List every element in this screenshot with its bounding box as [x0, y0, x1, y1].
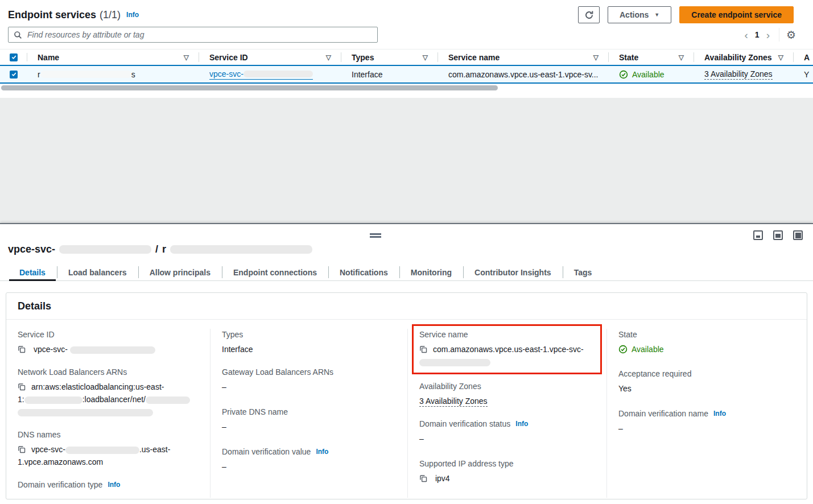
- tab-contributor-insights[interactable]: Contributor Insights: [463, 265, 563, 280]
- sort-icon[interactable]: ▽: [679, 53, 684, 61]
- column-header-name[interactable]: Name ▽: [27, 49, 199, 65]
- redacted-text: [65, 447, 139, 454]
- availability-zones-popover-trigger[interactable]: 3 Availability Zones: [704, 69, 773, 80]
- table-header-row: Name ▽ Service ID ▽ Types ▽ Service name…: [0, 49, 813, 65]
- tab-tags[interactable]: Tags: [563, 265, 604, 280]
- create-endpoint-service-button[interactable]: Create endpoint service: [679, 6, 794, 23]
- field-dns-names: DNS names vpce-svc-.us-east- 1.vpce.amaz…: [18, 430, 199, 468]
- field-domain-verification-type: Domain verification type Info –: [18, 480, 199, 498]
- column-header-acceptance-partial[interactable]: A: [794, 49, 813, 65]
- split-panel-size-controls: [753, 230, 803, 240]
- tab-load-balancers[interactable]: Load balancers: [57, 265, 138, 280]
- sort-icon[interactable]: ▽: [778, 53, 783, 61]
- panel-size-large-icon: [795, 233, 801, 238]
- row-checkbox[interactable]: [10, 71, 18, 79]
- info-link[interactable]: Info: [515, 420, 528, 428]
- availability-zones-popover-trigger[interactable]: 3 Availability Zones: [419, 396, 488, 407]
- info-link[interactable]: Info: [713, 410, 726, 418]
- nlb-arn-line2-prefix: 1:: [18, 395, 24, 404]
- row-service-id-cell: vpce-svc-: [199, 69, 341, 80]
- page-info-link[interactable]: Info: [126, 11, 139, 19]
- select-all-checkbox[interactable]: [10, 53, 18, 61]
- search-input[interactable]: [26, 30, 372, 40]
- split-panel-resize-handle[interactable]: [370, 233, 381, 238]
- copy-icon[interactable]: [18, 383, 26, 391]
- check-circle-icon: [619, 70, 628, 79]
- panel-tabs: Details Load balancers Allow principals …: [0, 265, 813, 281]
- copy-icon[interactable]: [18, 445, 26, 453]
- field-label: Supported IP address type: [419, 459, 595, 468]
- field-types: Types Interface: [222, 330, 396, 356]
- sort-icon[interactable]: ▽: [423, 53, 428, 61]
- redacted-text: [419, 359, 490, 366]
- header-actions: Actions ▼ Create endpoint service: [578, 6, 794, 23]
- horizontal-scrollbar-thumb[interactable]: [1, 85, 498, 90]
- details-column-1: Service ID vpce-svc- Network Load Balanc…: [6, 329, 210, 498]
- sort-icon[interactable]: ▽: [593, 53, 599, 61]
- redacted-text: [244, 71, 313, 77]
- search-box[interactable]: [8, 27, 378, 43]
- redacted-text: [170, 245, 312, 254]
- panel-size-medium-button[interactable]: [773, 230, 783, 240]
- details-card-body: Service ID vpce-svc- Network Load Balanc…: [6, 320, 807, 498]
- field-domain-verification-status: Domain verification status Info –: [419, 419, 595, 445]
- horizontal-scrollbar: [0, 84, 813, 92]
- sort-icon[interactable]: ▽: [326, 53, 331, 61]
- resource-count: (1/1): [100, 9, 121, 21]
- service-id-value-prefix: vpce-svc-: [34, 345, 68, 354]
- column-header-types[interactable]: Types ▽: [341, 49, 438, 65]
- row-checkbox-cell: [0, 71, 27, 79]
- redacted-text: [40, 71, 131, 78]
- tab-endpoint-connections[interactable]: Endpoint connections: [222, 265, 328, 280]
- panel-title-prefix: vpce-svc-: [8, 243, 55, 255]
- column-header-service-id-label: Service ID: [209, 53, 248, 62]
- tab-allow-principals[interactable]: Allow principals: [138, 265, 222, 280]
- column-header-state[interactable]: State ▽: [609, 49, 694, 65]
- field-label: Service ID: [18, 330, 199, 339]
- row-name-suffix: s: [131, 70, 135, 79]
- actions-button[interactable]: Actions ▼: [608, 6, 671, 23]
- field-nlb-arns: Network Load Balancers ARNs arn:aws:elas…: [18, 367, 199, 418]
- state-label: Available: [632, 343, 664, 356]
- copy-icon[interactable]: [419, 345, 427, 353]
- column-header-types-label: Types: [352, 53, 374, 62]
- actions-button-label: Actions: [620, 10, 649, 19]
- table-row[interactable]: r s vpce-svc- Interface com.amazonaws.vp…: [0, 65, 813, 84]
- pagination-page-number[interactable]: 1: [755, 30, 760, 39]
- redacted-text: [146, 396, 190, 404]
- info-link[interactable]: Info: [108, 481, 120, 489]
- row-state-cell: Available: [609, 70, 694, 79]
- tab-monitoring[interactable]: Monitoring: [399, 265, 463, 280]
- tab-notifications[interactable]: Notifications: [328, 265, 399, 280]
- sort-icon[interactable]: ▽: [184, 53, 189, 61]
- field-value: vpce-svc-.us-east- 1.vpce.amazonaws.com: [18, 443, 199, 468]
- copy-icon[interactable]: [18, 345, 26, 353]
- copy-icon[interactable]: [419, 474, 427, 482]
- service-id-link[interactable]: vpce-svc-: [209, 69, 313, 80]
- column-header-service-name[interactable]: Service name ▽: [438, 49, 609, 65]
- endpoint-services-table: Name ▽ Service ID ▽ Types ▽ Service name…: [0, 49, 813, 92]
- info-link[interactable]: Info: [316, 448, 328, 456]
- pagination-prev-button[interactable]: ‹: [745, 30, 748, 40]
- refresh-button[interactable]: [578, 6, 600, 23]
- selected-endpoint-title: vpce-svc- / r: [8, 243, 312, 255]
- dns-name-prefix: vpce-svc-: [31, 445, 65, 454]
- field-label: Service name: [419, 330, 595, 339]
- pagination: ‹ 1 › ⚙: [745, 28, 797, 42]
- field-availability-zones: Availability Zones 3 Availability Zones: [419, 382, 595, 407]
- column-header-availability-zones[interactable]: Availability Zones ▽: [694, 49, 794, 65]
- pagination-next-button[interactable]: ›: [766, 30, 770, 40]
- column-header-acceptance-label: A: [804, 53, 810, 62]
- panel-size-large-button[interactable]: [793, 230, 803, 240]
- field-value: –: [222, 420, 396, 433]
- refresh-icon: [584, 10, 594, 20]
- field-supported-ip-type: Supported IP address type ipv4: [419, 459, 595, 485]
- state-available-badge: Available: [619, 70, 665, 79]
- table-settings-gear-icon[interactable]: ⚙: [786, 30, 796, 40]
- tab-details[interactable]: Details: [8, 265, 57, 280]
- column-header-service-id[interactable]: Service ID ▽: [199, 49, 341, 65]
- dns-name-suffix: .us-east-: [139, 445, 170, 454]
- panel-size-small-button[interactable]: [753, 230, 763, 240]
- row-service-name-cell: com.amazonaws.vpce.us-east-1.vpce-sv...: [438, 70, 609, 79]
- field-service-name: Service name com.amazonaws.vpce.us-east-…: [419, 330, 595, 368]
